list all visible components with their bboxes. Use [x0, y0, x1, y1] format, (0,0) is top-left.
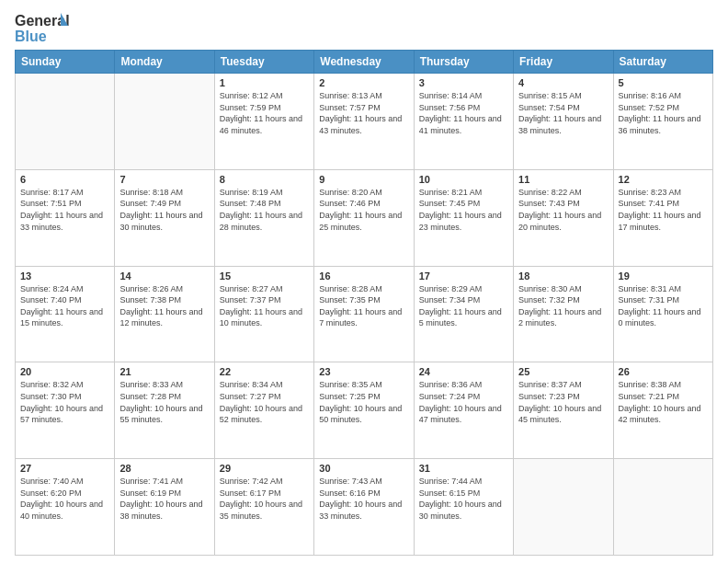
- day-cell: 16Sunrise: 8:28 AM Sunset: 7:35 PM Dayli…: [314, 266, 414, 362]
- day-cell: 23Sunrise: 8:35 AM Sunset: 7:25 PM Dayli…: [314, 362, 414, 459]
- day-info: Sunrise: 8:30 AM Sunset: 7:32 PM Dayligh…: [518, 283, 608, 329]
- day-info: Sunrise: 7:42 AM Sunset: 6:17 PM Dayligh…: [220, 476, 309, 522]
- weekday-wednesday: Wednesday: [314, 51, 414, 74]
- day-cell: 21Sunrise: 8:33 AM Sunset: 7:28 PM Dayli…: [115, 362, 214, 459]
- week-row-4: 27Sunrise: 7:40 AM Sunset: 6:20 PM Dayli…: [16, 459, 713, 556]
- day-cell: 25Sunrise: 8:37 AM Sunset: 7:23 PM Dayli…: [514, 362, 613, 459]
- day-number: 12: [619, 174, 708, 185]
- day-cell: 6Sunrise: 8:17 AM Sunset: 7:51 PM Daylig…: [16, 169, 115, 266]
- day-cell: 7Sunrise: 8:18 AM Sunset: 7:49 PM Daylig…: [115, 169, 214, 266]
- day-number: 31: [419, 463, 508, 474]
- day-cell: 12Sunrise: 8:23 AM Sunset: 7:41 PM Dayli…: [613, 169, 712, 266]
- day-number: 5: [619, 77, 708, 88]
- weekday-thursday: Thursday: [414, 51, 513, 74]
- day-number: 7: [119, 174, 209, 185]
- day-cell: [115, 74, 214, 170]
- day-cell: 30Sunrise: 7:43 AM Sunset: 6:16 PM Dayli…: [314, 459, 414, 556]
- week-row-3: 20Sunrise: 8:32 AM Sunset: 7:30 PM Dayli…: [16, 362, 713, 459]
- day-cell: 14Sunrise: 8:26 AM Sunset: 7:38 PM Dayli…: [115, 266, 214, 362]
- day-cell: 19Sunrise: 8:31 AM Sunset: 7:31 PM Dayli…: [613, 266, 712, 362]
- day-info: Sunrise: 8:31 AM Sunset: 7:31 PM Dayligh…: [619, 283, 708, 329]
- day-number: 1: [220, 77, 309, 88]
- day-cell: 1Sunrise: 8:12 AM Sunset: 7:59 PM Daylig…: [214, 74, 313, 170]
- calendar: SundayMondayTuesdayWednesdayThursdayFrid…: [15, 50, 713, 556]
- day-number: 29: [220, 463, 309, 474]
- day-number: 17: [419, 270, 508, 282]
- day-info: Sunrise: 8:34 AM Sunset: 7:27 PM Dayligh…: [220, 379, 309, 425]
- day-info: Sunrise: 8:27 AM Sunset: 7:37 PM Dayligh…: [220, 283, 309, 329]
- day-number: 26: [619, 366, 708, 377]
- week-row-1: 6Sunrise: 8:17 AM Sunset: 7:51 PM Daylig…: [16, 169, 713, 266]
- day-cell: 31Sunrise: 7:44 AM Sunset: 6:15 PM Dayli…: [414, 459, 513, 556]
- logo: GeneralBlue: [15, 11, 70, 44]
- day-cell: [613, 459, 712, 556]
- day-info: Sunrise: 8:28 AM Sunset: 7:35 PM Dayligh…: [319, 283, 408, 329]
- day-info: Sunrise: 8:12 AM Sunset: 7:59 PM Dayligh…: [220, 90, 309, 136]
- week-row-2: 13Sunrise: 8:24 AM Sunset: 7:40 PM Dayli…: [16, 266, 713, 362]
- day-cell: 13Sunrise: 8:24 AM Sunset: 7:40 PM Dayli…: [16, 266, 115, 362]
- day-info: Sunrise: 8:16 AM Sunset: 7:52 PM Dayligh…: [619, 90, 708, 136]
- page: GeneralBlue SundayMondayTuesdayWednesday…: [0, 0, 728, 563]
- day-number: 24: [419, 366, 508, 377]
- day-cell: 26Sunrise: 8:38 AM Sunset: 7:21 PM Dayli…: [613, 362, 712, 459]
- day-info: Sunrise: 8:29 AM Sunset: 7:34 PM Dayligh…: [419, 283, 508, 329]
- week-row-0: 1Sunrise: 8:12 AM Sunset: 7:59 PM Daylig…: [16, 74, 713, 170]
- day-number: 6: [20, 174, 109, 185]
- day-number: 9: [319, 174, 408, 185]
- day-cell: 9Sunrise: 8:20 AM Sunset: 7:46 PM Daylig…: [314, 169, 414, 266]
- day-number: 30: [319, 463, 408, 474]
- logo-svg: GeneralBlue: [15, 11, 70, 44]
- day-cell: 27Sunrise: 7:40 AM Sunset: 6:20 PM Dayli…: [16, 459, 115, 556]
- day-info: Sunrise: 7:44 AM Sunset: 6:15 PM Dayligh…: [419, 476, 508, 522]
- svg-text:Blue: Blue: [15, 29, 47, 44]
- day-cell: 22Sunrise: 8:34 AM Sunset: 7:27 PM Dayli…: [214, 362, 313, 459]
- day-info: Sunrise: 8:20 AM Sunset: 7:46 PM Dayligh…: [319, 187, 408, 233]
- day-info: Sunrise: 7:41 AM Sunset: 6:19 PM Dayligh…: [119, 476, 209, 522]
- day-cell: 17Sunrise: 8:29 AM Sunset: 7:34 PM Dayli…: [414, 266, 513, 362]
- day-info: Sunrise: 8:36 AM Sunset: 7:24 PM Dayligh…: [419, 379, 508, 425]
- weekday-friday: Friday: [514, 51, 613, 74]
- day-info: Sunrise: 7:43 AM Sunset: 6:16 PM Dayligh…: [319, 476, 408, 522]
- day-cell: 4Sunrise: 8:15 AM Sunset: 7:54 PM Daylig…: [514, 74, 613, 170]
- day-info: Sunrise: 8:19 AM Sunset: 7:48 PM Dayligh…: [220, 187, 309, 233]
- day-info: Sunrise: 8:24 AM Sunset: 7:40 PM Dayligh…: [20, 283, 109, 329]
- day-info: Sunrise: 8:15 AM Sunset: 7:54 PM Dayligh…: [518, 90, 608, 136]
- day-number: 4: [518, 77, 608, 88]
- day-cell: 24Sunrise: 8:36 AM Sunset: 7:24 PM Dayli…: [414, 362, 513, 459]
- day-number: 11: [518, 174, 608, 185]
- day-cell: 11Sunrise: 8:22 AM Sunset: 7:43 PM Dayli…: [514, 169, 613, 266]
- day-cell: 18Sunrise: 8:30 AM Sunset: 7:32 PM Dayli…: [514, 266, 613, 362]
- day-number: 21: [119, 366, 209, 377]
- day-info: Sunrise: 8:13 AM Sunset: 7:57 PM Dayligh…: [319, 90, 408, 136]
- day-cell: 2Sunrise: 8:13 AM Sunset: 7:57 PM Daylig…: [314, 74, 414, 170]
- day-cell: [514, 459, 613, 556]
- day-cell: 29Sunrise: 7:42 AM Sunset: 6:17 PM Dayli…: [214, 459, 313, 556]
- day-cell: [16, 74, 115, 170]
- day-info: Sunrise: 7:40 AM Sunset: 6:20 PM Dayligh…: [20, 476, 109, 522]
- day-cell: 28Sunrise: 7:41 AM Sunset: 6:19 PM Dayli…: [115, 459, 214, 556]
- day-number: 19: [619, 270, 708, 282]
- day-number: 3: [419, 77, 508, 88]
- header: GeneralBlue: [15, 11, 713, 44]
- day-info: Sunrise: 8:18 AM Sunset: 7:49 PM Dayligh…: [119, 187, 209, 233]
- day-number: 23: [319, 366, 408, 377]
- day-info: Sunrise: 8:33 AM Sunset: 7:28 PM Dayligh…: [119, 379, 209, 425]
- day-cell: 8Sunrise: 8:19 AM Sunset: 7:48 PM Daylig…: [214, 169, 313, 266]
- day-info: Sunrise: 8:17 AM Sunset: 7:51 PM Dayligh…: [20, 187, 109, 233]
- day-number: 8: [220, 174, 309, 185]
- day-number: 15: [220, 270, 309, 282]
- day-number: 2: [319, 77, 408, 88]
- weekday-monday: Monday: [115, 51, 214, 74]
- day-info: Sunrise: 8:21 AM Sunset: 7:45 PM Dayligh…: [419, 187, 508, 233]
- day-number: 13: [20, 270, 109, 282]
- day-number: 16: [319, 270, 408, 282]
- day-number: 14: [119, 270, 209, 282]
- day-number: 22: [220, 366, 309, 377]
- weekday-header-row: SundayMondayTuesdayWednesdayThursdayFrid…: [16, 51, 713, 74]
- day-number: 10: [419, 174, 508, 185]
- weekday-saturday: Saturday: [613, 51, 712, 74]
- day-number: 18: [518, 270, 608, 282]
- day-number: 27: [20, 463, 109, 474]
- day-cell: 3Sunrise: 8:14 AM Sunset: 7:56 PM Daylig…: [414, 74, 513, 170]
- day-info: Sunrise: 8:22 AM Sunset: 7:43 PM Dayligh…: [518, 187, 608, 233]
